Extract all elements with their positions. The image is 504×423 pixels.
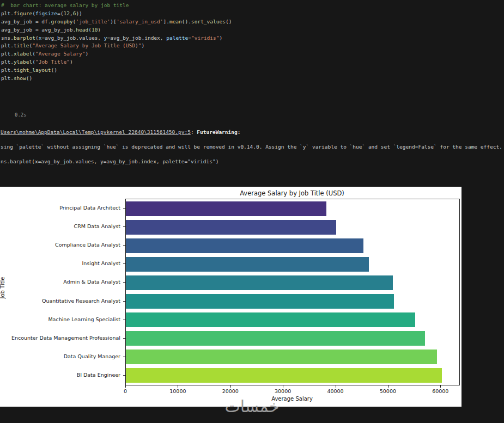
y-tick-mark: [123, 282, 125, 283]
code-token: (): [26, 75, 32, 81]
code-token: (): [226, 19, 232, 24]
y-tick-label: Compliance Data Analyst: [0, 242, 120, 248]
path-colon: :: [191, 129, 197, 135]
y-tick-mark: [123, 375, 125, 376]
watermark: خمسات: [0, 397, 504, 416]
x-tick-mark: [336, 385, 336, 388]
chart-bar: [126, 312, 415, 327]
y-tick-mark: [123, 338, 125, 339]
code-token: ): [85, 51, 88, 57]
code-token: ): [141, 42, 144, 48]
code-token: ].: [163, 19, 169, 24]
y-tick-label: Admin & Data Analyst: [0, 279, 120, 285]
code-token: "Average Salary by Job Title (USD)": [32, 42, 141, 48]
x-tick-mark: [125, 385, 126, 388]
y-tick-label: Encounter Data Management Professional: [0, 335, 120, 341]
warning-code-echo: ns.barplot(x=avg_by_job.values, y=avg_by…: [1, 158, 502, 165]
code-token: tight_layout: [14, 67, 51, 73]
y-tick-mark: [123, 226, 125, 227]
code-token: ): [220, 35, 223, 41]
code-token: plt.: [1, 67, 14, 73]
code-token: )[: [110, 19, 116, 24]
chart-bar: [126, 368, 442, 383]
chart-bar: [126, 220, 336, 235]
code-line[interactable]: plt.xlabel("Average Salary"): [1, 50, 232, 58]
plot-area: [125, 199, 460, 385]
code-token: avg_by_job.values,: [45, 35, 104, 41]
code-line[interactable]: plt.tight_layout(): [1, 66, 232, 75]
code-token: # bar chart: average salary by job title: [1, 2, 129, 8]
y-tick-label: CRM Data Analyst: [0, 223, 120, 230]
y-tick-label: Data Quality Manager: [0, 353, 120, 360]
code-token: avg_by_job = df.: [1, 19, 51, 24]
code-line[interactable]: plt.title("Average Salary by Job Title (…: [1, 42, 232, 50]
code-token: )): [76, 10, 82, 16]
code-line[interactable]: plt.show(): [1, 75, 232, 83]
code-line[interactable]: sns.barplot(x=avg_by_job.values, y=avg_b…: [1, 34, 232, 42]
code-token: "Job Title": [35, 59, 70, 65]
code-cell[interactable]: # bar chart: average salary by job title…: [1, 2, 232, 83]
warning-message: sing `palette` without assigning `hue` i…: [1, 143, 502, 151]
code-token: (): [51, 67, 57, 73]
code-token: head: [76, 27, 88, 33]
x-tick-label: 60000: [423, 388, 458, 394]
y-tick-mark: [123, 208, 125, 209]
code-token: plt.: [1, 51, 14, 57]
x-tick-label: 0: [108, 388, 143, 394]
y-tick-label: Insight Analyst: [0, 260, 120, 267]
code-token: xlabel: [14, 51, 32, 57]
y-tick-mark: [123, 263, 125, 264]
code-token: palette: [166, 35, 188, 41]
code-line[interactable]: plt.figure(figsize=(12,6)): [1, 10, 232, 18]
x-tick-label: 50000: [371, 388, 405, 394]
code-line[interactable]: # bar chart: average salary by job title: [1, 2, 232, 10]
code-token: figsize: [35, 10, 57, 16]
code-token: sns.: [1, 35, 14, 41]
chart-bar: [126, 294, 394, 309]
x-tick-label: 30000: [265, 388, 300, 394]
code-token: "viridis": [191, 35, 219, 41]
code-token: ().: [182, 19, 191, 24]
warning-source-line: Users\mohme\AppData\Local\Temp\ipykernel…: [1, 128, 502, 136]
cell-output: Users\mohme\AppData\Local\Temp\ipykernel…: [1, 128, 502, 173]
code-token: plt.: [1, 42, 14, 48]
warning-label: FutureWarning:: [197, 129, 240, 135]
chart-title: Average Salary by Job Title (USD): [125, 189, 459, 197]
x-tick-label: 20000: [213, 388, 248, 394]
code-line[interactable]: avg_by_job = avg_by_job.head(10): [1, 26, 232, 34]
x-tick-label: 40000: [318, 388, 353, 394]
chart-bar: [126, 257, 369, 272]
y-tick-mark: [123, 357, 125, 357]
source-path-link[interactable]: Users\mohme\AppData\Local\Temp\ipykernel…: [1, 129, 191, 135]
x-tick-mark: [178, 385, 178, 388]
code-token: plt.: [1, 10, 14, 16]
code-token: barplot: [14, 35, 35, 41]
y-tick-label: Principal Data Architect: [0, 205, 120, 211]
code-token: ylabel: [14, 59, 32, 65]
code-token: groupby: [51, 19, 73, 24]
y-tick-label: BI Data Engineer: [0, 372, 120, 378]
x-tick-mark: [388, 385, 388, 388]
code-token: show: [14, 75, 26, 81]
x-tick-mark: [230, 385, 231, 388]
code-token: title: [14, 42, 29, 48]
code-token: mean: [169, 19, 182, 24]
code-token: plt.: [1, 75, 14, 81]
chart-bar: [126, 275, 393, 290]
y-tick-mark: [123, 320, 125, 320]
code-line[interactable]: avg_by_job = df.groupby('job_title')['sa…: [1, 18, 232, 26]
code-token: avg_by_job.index,: [110, 35, 166, 41]
chart-bar: [126, 331, 425, 346]
code-token: 'job_title': [76, 19, 110, 24]
chart-figure: Average Salary by Job Title (USD) Job Ti…: [0, 187, 462, 407]
x-tick-mark: [283, 385, 283, 388]
code-token: 12: [63, 10, 69, 16]
code-line[interactable]: plt.ylabel("Job Title"): [1, 58, 232, 66]
execution-time: 0.2s: [15, 112, 27, 118]
chart-bar: [126, 238, 363, 253]
code-token: avg_by_job = avg_by_job.: [1, 27, 76, 33]
x-tick-label: 10000: [160, 388, 195, 394]
y-tick-label: Quantitative Research Analyst: [0, 298, 120, 304]
y-tick-mark: [123, 245, 125, 246]
code-token: plt.: [1, 59, 14, 65]
